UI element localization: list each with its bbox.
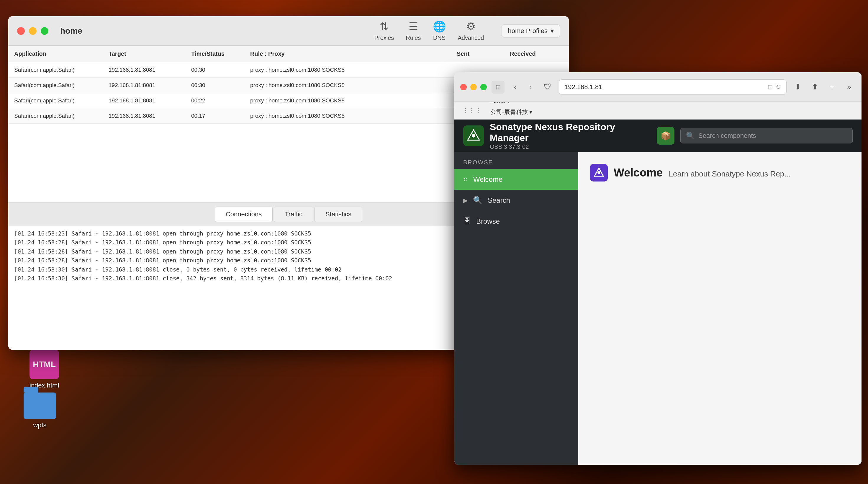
cell-target: 192.168.1.81:8081	[108, 113, 191, 119]
svg-point-3	[597, 171, 600, 174]
nexus-package-button[interactable]: 📦	[657, 127, 675, 145]
browser-window: ⊞ ‹ › 🛡 192.168.1.81 ⊡ ↻ ⬇ ⬆ + » ⋮⋮⋮ 技术 …	[454, 72, 862, 465]
col-rule-proxy: Rule : Proxy	[250, 51, 457, 57]
cell-application: Safari(com.apple.Safari)	[14, 67, 108, 73]
browser-minimize-button[interactable]	[470, 84, 477, 90]
toolbar: ⇅ Proxies ☰ Rules 🌐 DNS ⚙ Advanced home …	[374, 20, 560, 41]
cell-application: Safari(com.apple.Safari)	[14, 82, 108, 89]
html-icon-text: HTML	[33, 360, 56, 369]
browser-close-button[interactable]	[460, 84, 467, 90]
bookmarks-grid-icon[interactable]: ⋮⋮⋮	[459, 105, 485, 116]
browser-controls	[460, 84, 487, 90]
cell-target: 192.168.1.81:8081	[108, 82, 191, 89]
cell-rule-proxy: proxy : home.zsl0.com:1080 SOCKS5	[250, 67, 457, 73]
shield-button[interactable]: 🛡	[541, 81, 554, 94]
address-bar[interactable]: 192.168.1.81 ⊡ ↻	[559, 80, 786, 95]
cell-time-status: 00:22	[191, 97, 250, 104]
sidebar-icon: ⊞	[495, 83, 501, 91]
bookmark-item[interactable]: home ▾	[486, 102, 536, 106]
new-tab-button[interactable]: +	[826, 81, 838, 94]
toolbar-profiles[interactable]: home Profiles ▾	[502, 25, 560, 37]
cell-rule-proxy: proxy : home.zsl0.com:1080 SOCKS5	[250, 82, 457, 89]
table-header: Application Target Time/Status Rule : Pr…	[8, 46, 569, 62]
welcome-title: Welcome	[614, 167, 663, 179]
browser-titlebar: ⊞ ‹ › 🛡 192.168.1.81 ⊡ ↻ ⬇ ⬆ + »	[454, 72, 862, 102]
proxy-titlebar: home ⇅ Proxies ☰ Rules 🌐 DNS ⚙ Advanced …	[8, 16, 569, 46]
bookmarks-bar: ⋮⋮⋮ 技术 ▾娱乐 ▾资源下载 ▾home ▾公司-辰青科技 ▾百度BingA…	[454, 102, 862, 120]
toolbar-proxies[interactable]: ⇅ Proxies	[374, 20, 394, 41]
sidebar-item-welcome[interactable]: ○ Welcome	[454, 169, 578, 190]
sidebar-item-search[interactable]: ▶ 🔍 Search	[454, 190, 578, 211]
profiles-chevron-icon: ▾	[551, 27, 554, 35]
nexus-main: Welcome Learn about Sonatype Nexus Rep..…	[578, 152, 862, 465]
sidebar-browse-label: Browse	[476, 217, 500, 225]
col-sent: Sent	[457, 51, 510, 57]
sidebar-welcome-label: Welcome	[473, 175, 503, 184]
extensions-button[interactable]: »	[843, 81, 856, 94]
cell-target: 192.168.1.81:8081	[108, 97, 191, 104]
folder-icon	[24, 393, 56, 419]
toolbar-advanced[interactable]: ⚙ Advanced	[458, 20, 484, 41]
welcome-logo	[590, 164, 608, 181]
nexus-logo	[463, 125, 484, 146]
toolbar-rules[interactable]: ☰ Rules	[406, 20, 421, 41]
cell-time-status: 00:30	[191, 67, 250, 73]
nexus-sidebar: Browse ○ Welcome ▶ 🔍 Search 🗄 Browse	[454, 152, 578, 465]
tab-traffic[interactable]: Traffic	[274, 207, 313, 222]
download-button[interactable]: ⬇	[791, 81, 804, 94]
window-title: home	[60, 26, 82, 36]
welcome-subtitle: Learn about Sonatype Nexus Rep...	[669, 170, 791, 178]
search-expand-icon: ▶	[463, 197, 468, 204]
proxies-icon: ⇅	[380, 20, 389, 33]
nexus-title-area: Sonatype Nexus Repository Manager OSS 3.…	[490, 122, 651, 150]
col-target: Target	[108, 51, 191, 57]
browser-maximize-button[interactable]	[480, 84, 487, 90]
dns-icon: 🌐	[433, 20, 446, 33]
refresh-icon[interactable]: ↻	[776, 83, 781, 91]
bookmark-item[interactable]: 公司-辰青科技 ▾	[486, 106, 536, 118]
browser-action-buttons: ⬇ ⬆ + »	[791, 81, 856, 94]
share-button[interactable]: ⬆	[808, 81, 822, 94]
maximize-button[interactable]	[41, 27, 49, 35]
col-received: Received	[510, 51, 563, 57]
back-button[interactable]: ‹	[509, 81, 521, 93]
tab-statistics[interactable]: Statistics	[314, 207, 362, 222]
tab-connections[interactable]: Connections	[215, 207, 273, 222]
window-controls	[17, 27, 49, 35]
advanced-icon: ⚙	[466, 20, 475, 33]
cell-target: 192.168.1.81:8081	[108, 67, 191, 73]
col-application: Application	[14, 51, 108, 57]
cell-rule-proxy: proxy : home.zsl0.com:1080 SOCKS5	[250, 113, 457, 119]
nexus-panel: Browse ○ Welcome ▶ 🔍 Search 🗄 Browse	[454, 152, 862, 465]
sidebar-search-label: Search	[488, 196, 510, 205]
svg-point-1	[472, 134, 475, 138]
cell-time-status: 00:30	[191, 82, 250, 89]
cell-application: Safari(com.apple.Safari)	[14, 113, 108, 119]
sidebar-browse-section: Browse	[454, 152, 578, 169]
search-icon: 🔍	[473, 196, 483, 205]
nexus-search-placeholder: Search components	[699, 132, 756, 140]
cell-rule-proxy: proxy : home.zsl0.com:1080 SOCKS5	[250, 97, 457, 104]
desktop-icon-index-html[interactable]: HTML index.html	[30, 350, 59, 389]
close-button[interactable]	[17, 27, 25, 35]
html-file-icon: HTML	[30, 350, 59, 379]
desktop-icon-wpfs[interactable]: wpfs	[24, 393, 56, 429]
sidebar-item-browse[interactable]: 🗄 Browse	[454, 211, 578, 232]
col-time-status: Time/Status	[191, 51, 250, 57]
welcome-text-area: Welcome Learn about Sonatype Nexus Rep..…	[614, 167, 791, 179]
nexus-subtitle: OSS 3.37.3-02	[490, 144, 651, 150]
address-text: 192.168.1.81	[564, 83, 764, 91]
nexus-header: Sonatype Nexus Repository Manager OSS 3.…	[454, 120, 862, 152]
rules-icon: ☰	[409, 20, 418, 33]
nexus-search-bar[interactable]: 🔍 Search components	[680, 128, 852, 144]
forward-button[interactable]: ›	[525, 81, 536, 93]
bookmarks-list: 技术 ▾娱乐 ▾资源下载 ▾home ▾公司-辰青科技 ▾百度BingApple…	[486, 102, 536, 120]
cell-time-status: 00:17	[191, 113, 250, 119]
reader-icon: ⊡	[767, 83, 773, 91]
minimize-button[interactable]	[29, 27, 37, 35]
sidebar-toggle-button[interactable]: ⊞	[492, 81, 504, 94]
welcome-heading: Welcome Learn about Sonatype Nexus Rep..…	[590, 164, 850, 181]
address-icons: ⊡ ↻	[767, 83, 781, 91]
toolbar-dns[interactable]: 🌐 DNS	[433, 20, 446, 41]
welcome-icon: ○	[463, 175, 468, 184]
